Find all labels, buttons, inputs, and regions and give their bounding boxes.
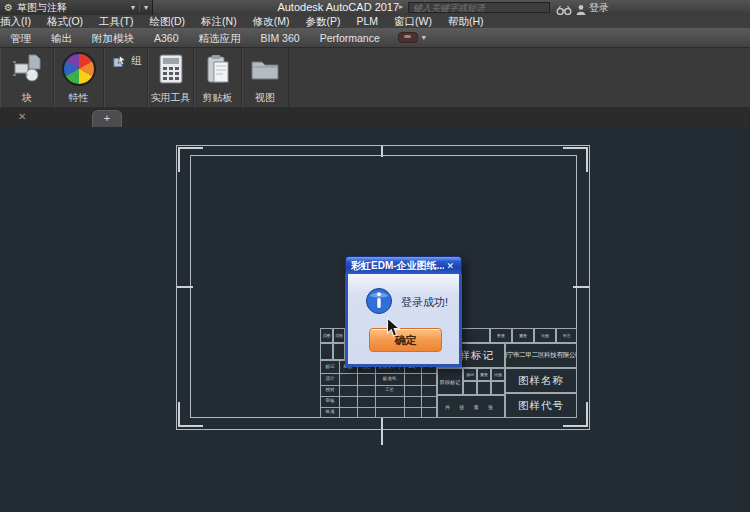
corner-mark [178,425,203,427]
revision-row-label: 工艺 [375,387,404,392]
dialog-body: 登录成功! 确定 [345,274,462,367]
app-name: Autodesk AutoCAD 2017 [277,1,399,13]
titleblock-cell [333,343,345,360]
ribbon-tab-a360[interactable]: A360 [144,28,189,48]
dialog-message: 登录成功! [401,295,448,310]
panel-utilities-label: 实用工具 [148,91,193,105]
corner-mark [178,147,180,172]
corner-mark [586,147,588,172]
centering-mark [177,286,193,288]
titleblock-cell: 数量 [490,328,512,343]
ribbon-tab-bar: 管理 输出 附加模块 A360 精选应用 BIM 360 Performance… [0,28,750,48]
ribbon-tab-addins[interactable]: 附加模块 [82,28,144,48]
ribbon-tab-featured-apps[interactable]: 精选应用 [189,28,251,48]
group-icon[interactable] [113,54,126,72]
drawing-name-cell: 图样名称 [505,368,577,393]
panel-clipboard-label: 剪贴板 [194,91,241,105]
panel-properties-label: 特性 [54,91,103,105]
sign-in-button[interactable]: 登录 [589,0,609,15]
titleblock-cell [320,343,333,360]
dialog-titlebar[interactable]: 彩虹EDM-企业图纸... ✕ [345,256,462,275]
login-result-dialog: 彩虹EDM-企业图纸... ✕ 登录成功! 确定 [345,256,462,367]
panel-utilities[interactable]: 实用工具 [148,48,194,108]
revision-row-label: 批准 [321,409,339,414]
ribbon-tab-manage[interactable]: 管理 [0,28,41,48]
titleblock-cell [491,381,505,395]
titleblock-cell: 描图 [320,328,333,343]
titleblock-cell: 重量 [477,368,491,381]
titleblock-cell: 比例 [534,328,556,343]
app-titlebar: ⚙ 草图与注释 ▾ ▾ Autodesk AutoCAD 2017测试32.dw… [0,0,750,15]
collapse-search-icon[interactable]: ▸ [399,2,403,11]
corner-mark [563,147,588,149]
close-tab-icon[interactable]: ✕ [18,111,26,123]
clipboard-icon[interactable] [194,48,241,90]
chevron-down-icon[interactable]: ▾ [131,3,135,12]
menu-tools[interactable]: 工具(T) [91,15,141,28]
screencast-icon[interactable] [398,32,418,43]
corner-mark [563,425,588,427]
gear-icon: ⚙ [4,3,13,13]
drawing-code-cell: 图样代号 [505,393,577,418]
info-icon [365,287,393,319]
menu-bar: 插入(I) 格式(O) 工具(T) 绘图(D) 标注(N) 修改(M) 参数(P… [0,15,750,28]
ok-button[interactable]: 确定 [369,328,442,352]
workspace-label: 草图与注释 [17,1,67,15]
chevron-down-icon[interactable]: ▾ [139,3,148,12]
panel-properties[interactable]: 特性 [54,48,104,108]
ribbon-panels: 块 特性 组 [0,48,750,108]
menu-dimension[interactable]: 标注(N) [193,15,245,28]
ribbon-tab-output[interactable]: 输出 [41,28,82,48]
titleblock-cell: 备注 [556,328,577,343]
revision-row-label: 校对 [321,387,339,392]
menu-insert[interactable]: 插入(I) [0,15,39,28]
panel-group[interactable]: 组 [104,48,148,108]
ribbon-tab-bim360[interactable]: BIM 360 [251,28,310,48]
panel-group-label: 组 [131,54,142,67]
block-icon[interactable] [0,48,53,90]
menu-draw[interactable]: 绘图(D) [142,15,194,28]
menu-window[interactable]: 窗口(W) [386,15,440,28]
menu-modify[interactable]: 修改(M) [245,15,298,28]
sheet-count-cell: 共 张 第 张 [437,395,505,418]
dialog-title: 彩虹EDM-企业图纸... [351,259,444,273]
revision-row-label: 审核 [321,398,339,403]
view-folder-icon[interactable] [242,48,288,90]
titleblock-cell: 比例 [491,368,505,381]
mouse-cursor [386,317,401,342]
menu-parametric[interactable]: 参数(P) [297,15,348,28]
revision-row-label: 设计 [321,376,339,381]
titleblock-cell: 标记 [463,368,477,381]
new-tab-button[interactable]: + [92,110,122,127]
corner-mark [586,402,588,427]
centering-mark [381,146,383,157]
workspace-selector[interactable]: ⚙ 草图与注释 ▾ ▾ [0,0,153,15]
panel-clipboard[interactable]: 剪贴板 [194,48,242,108]
chevron-down-icon[interactable]: ▾ [422,33,426,42]
panel-block-label: 块 [0,91,53,105]
corner-mark [178,147,203,149]
ribbon-tab-performance[interactable]: Performance [310,28,390,48]
stage-mark-cell: 阶段标记 [437,368,463,395]
titleblock-cell [463,381,477,395]
calculator-icon[interactable] [148,48,193,90]
panel-view[interactable]: 视图 [242,48,289,108]
menu-plm[interactable]: PLM [348,15,386,28]
centering-mark [381,417,383,445]
menu-help[interactable]: 帮助(H) [440,15,492,28]
search-input[interactable] [408,2,550,13]
corner-mark [178,402,180,427]
panel-view-label: 视图 [242,91,288,105]
titleblock-cell [477,381,491,395]
panel-block[interactable]: 块 [0,48,54,108]
titleblock-cell: 重量 [512,328,534,343]
titleblock-cell: 描校 [333,328,345,343]
color-wheel-icon[interactable] [62,52,96,86]
menu-format[interactable]: 格式(O) [39,15,91,28]
dialog-close-icon[interactable]: ✕ [444,261,456,271]
company-name-cell: 南宁市二甲二区科技有限公司 [505,343,577,368]
revision-table: 标记 处数 分区 更改文件号 签名 年、月、日 设计 标准化 校对 工艺 审核 … [320,360,437,418]
file-tab-bar: ✕ + [0,108,750,126]
centering-mark [573,286,589,288]
revision-header: 标记 [321,364,339,369]
